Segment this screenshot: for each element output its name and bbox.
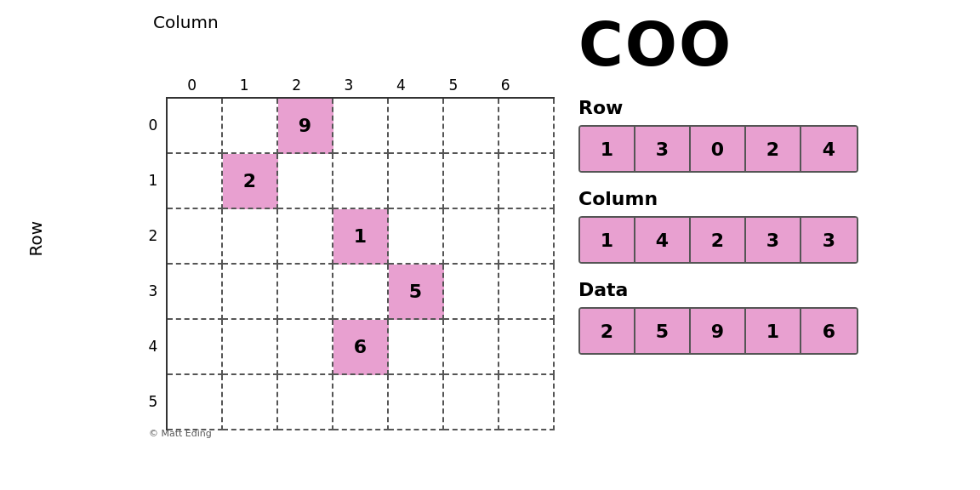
matrix-grid: 92156 (166, 97, 555, 430)
grid-cell (499, 265, 555, 320)
grid-cell: 2 (223, 154, 278, 209)
grid-cell (168, 209, 223, 265)
grid-cell (168, 154, 223, 209)
grid-cell (278, 209, 333, 265)
grid-cell (389, 209, 444, 265)
array-cell: 9 (691, 309, 746, 353)
column-array-section: Column 14233 (578, 188, 963, 264)
array-cell: 2 (580, 309, 635, 353)
grid-cell (168, 375, 223, 430)
data-array-label: Data (578, 279, 963, 300)
array-cell: 3 (746, 218, 801, 262)
copyright: © Matt Eding (149, 428, 212, 439)
grid-cell (168, 99, 223, 154)
row-headers: 012345 (140, 97, 166, 430)
grid-cell (223, 375, 278, 430)
grid-cell (499, 320, 555, 375)
grid-cell (168, 265, 223, 320)
col-header: 1 (218, 77, 270, 94)
array-cell: 0 (691, 127, 746, 171)
array-cell: 3 (801, 218, 857, 262)
row-array-section: Row 13024 (578, 97, 963, 173)
row-array-row: 13024 (578, 125, 858, 173)
row-array-label: Row (578, 97, 963, 118)
row-header: 5 (140, 373, 166, 429)
column-array-row: 14233 (578, 216, 858, 264)
grid-cell (499, 154, 555, 209)
array-cell: 1 (580, 127, 635, 171)
column-label-top: Column (153, 12, 219, 32)
grid-cell: 5 (389, 265, 444, 320)
grid-cell (499, 209, 555, 265)
grid-cell (278, 320, 333, 375)
grid-cell (333, 375, 389, 430)
grid-cell (389, 154, 444, 209)
grid-cell (333, 154, 389, 209)
grid-cell (389, 99, 444, 154)
grid-cell (223, 265, 278, 320)
array-cell: 4 (635, 218, 691, 262)
col-headers: 0123456 (166, 77, 532, 94)
right-panel: COO Row 13024 Column 14233 Data 25916 (561, 0, 980, 379)
data-array-section: Data 25916 (578, 279, 963, 355)
row-header: 2 (140, 208, 166, 263)
grid-cell (223, 99, 278, 154)
grid-cell (168, 320, 223, 375)
array-cell: 3 (635, 127, 691, 171)
grid-area: 0123456 012345 92156 (140, 77, 532, 430)
grid-cell (278, 265, 333, 320)
grid-cell (444, 209, 499, 265)
array-cell: 2 (746, 127, 801, 171)
grid-cell: 9 (278, 99, 333, 154)
grid-cell (333, 99, 389, 154)
grid-cell: 1 (333, 209, 389, 265)
grid-cell: 6 (333, 320, 389, 375)
col-header: 4 (375, 77, 427, 94)
grid-cell (444, 375, 499, 430)
array-cell: 5 (635, 309, 691, 353)
col-header: 6 (480, 77, 532, 94)
array-cell: 1 (746, 309, 801, 353)
col-header: 0 (166, 77, 218, 94)
grid-cell (389, 320, 444, 375)
col-header: 5 (427, 77, 479, 94)
array-cell: 2 (691, 218, 746, 262)
grid-with-row-headers: 012345 92156 (140, 97, 532, 430)
col-header: 2 (271, 77, 322, 94)
coo-title: COO (578, 9, 963, 80)
row-header: 1 (140, 152, 166, 208)
array-cell: 1 (580, 218, 635, 262)
row-label-left: Row (26, 221, 46, 257)
array-cell: 6 (801, 309, 857, 353)
grid-cell (444, 99, 499, 154)
grid-cell (223, 209, 278, 265)
grid-cell (499, 375, 555, 430)
grid-cell (333, 265, 389, 320)
grid-cell (444, 265, 499, 320)
row-header: 3 (140, 263, 166, 318)
row-header: 4 (140, 318, 166, 373)
grid-cell (223, 320, 278, 375)
grid-cell (444, 320, 499, 375)
left-panel: Column Row 0123456 012345 92156 © Matt E… (0, 0, 561, 490)
grid-cell (278, 375, 333, 430)
grid-cell (278, 154, 333, 209)
grid-cell (444, 154, 499, 209)
array-cell: 4 (801, 127, 857, 171)
col-header: 3 (322, 77, 374, 94)
grid-cell (389, 375, 444, 430)
column-array-label: Column (578, 188, 963, 209)
data-array-row: 25916 (578, 307, 858, 355)
row-header: 0 (140, 97, 166, 152)
grid-cell (499, 99, 555, 154)
